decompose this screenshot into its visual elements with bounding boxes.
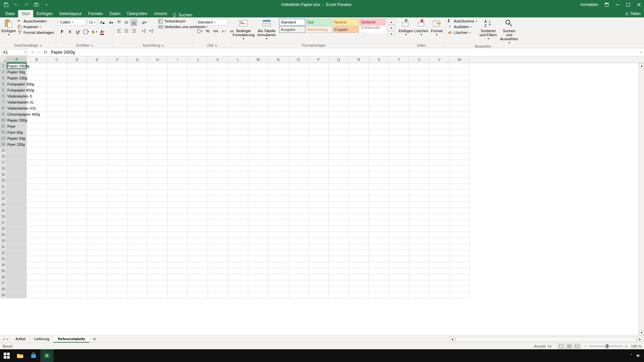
cell[interactable] [7,220,27,226]
cell[interactable] [47,141,67,147]
cell[interactable] [168,256,188,262]
cell[interactable] [389,87,409,93]
cell[interactable] [369,99,389,105]
cell[interactable] [47,105,67,111]
comma-icon[interactable]: 000 [212,27,219,35]
cell[interactable] [47,63,67,69]
cell[interactable] [288,123,309,129]
cell[interactable] [168,93,188,99]
cell[interactable] [288,190,309,196]
cell[interactable] [329,69,349,75]
cell[interactable] [309,250,329,256]
cell[interactable] [429,250,449,256]
cell[interactable] [228,220,248,226]
cell[interactable] [449,214,470,220]
cell[interactable] [148,135,168,141]
cell[interactable] [208,250,228,256]
camera-icon[interactable] [34,2,39,7]
cell[interactable] [47,202,67,208]
cell[interactable] [208,69,228,75]
cell[interactable] [168,166,188,172]
cell[interactable] [148,244,168,250]
cell[interactable]: Fotopapier 450g [7,87,27,93]
cell[interactable] [288,208,309,214]
cell[interactable] [47,226,67,232]
cell[interactable] [168,208,188,214]
column-header[interactable]: B [27,56,47,63]
cell[interactable] [107,280,127,286]
cell[interactable] [248,75,268,81]
cell[interactable] [67,87,87,93]
view-pagelayout-icon[interactable] [566,344,573,349]
cell[interactable] [268,286,288,292]
cell[interactable] [87,226,107,232]
cell[interactable] [288,111,309,117]
cell[interactable] [7,202,27,208]
cell-style-option[interactable]: Erklärender … [360,26,386,33]
cell[interactable] [228,172,248,178]
cell[interactable] [268,160,288,166]
cell[interactable] [369,214,389,220]
cell[interactable] [228,141,248,147]
column-header[interactable]: G [127,56,148,63]
cell[interactable] [127,184,148,190]
cell[interactable] [7,232,27,238]
cell[interactable] [349,93,369,99]
cell[interactable] [27,280,47,286]
sheet-nav-prev-icon[interactable]: ◂ [3,337,5,341]
column-header[interactable]: W [449,56,470,63]
cell[interactable] [107,69,127,75]
cell[interactable] [47,196,67,202]
cell[interactable] [228,232,248,238]
cell[interactable] [248,262,268,268]
cell[interactable] [27,111,47,117]
cell[interactable] [228,123,248,129]
cell[interactable] [168,123,188,129]
cell[interactable] [389,99,409,105]
cell[interactable] [67,99,87,105]
cell[interactable] [168,184,188,190]
cell[interactable] [349,154,369,160]
column-header[interactable]: J [188,56,208,63]
cell[interactable] [288,226,309,232]
cell[interactable] [288,274,309,280]
cell[interactable] [369,268,389,274]
cell[interactable] [349,63,369,69]
cell[interactable] [329,105,349,111]
cell[interactable] [107,220,127,226]
tray-chevron-icon[interactable]: ˄ [631,354,633,358]
fill-color-button[interactable]: ▾ [91,28,98,36]
cell[interactable] [87,166,107,172]
cell[interactable] [47,172,67,178]
cell[interactable] [67,81,87,87]
cell[interactable] [208,147,228,154]
cell[interactable] [409,268,429,274]
cell[interactable] [248,129,268,135]
cell[interactable] [268,208,288,214]
cell[interactable] [127,172,148,178]
cell[interactable] [87,69,107,75]
cell[interactable] [87,123,107,129]
cell-style-option[interactable]: Gut [306,19,332,25]
cell[interactable] [369,226,389,232]
cell[interactable] [248,87,268,93]
cell[interactable] [228,178,248,184]
cell[interactable] [248,154,268,160]
cell[interactable] [87,81,107,87]
cell[interactable] [228,184,248,190]
add-sheet-button[interactable]: ⊕ [90,337,99,341]
cell[interactable] [127,123,148,129]
cell[interactable] [208,135,228,141]
zoom-out-icon[interactable]: − [584,344,586,348]
cell[interactable] [449,141,470,147]
cell[interactable] [268,262,288,268]
cell[interactable] [188,160,208,166]
cell[interactable] [389,250,409,256]
row-header[interactable]: 25 [0,208,7,214]
insert-cells-button[interactable]: Einfügen▾ [399,19,413,37]
cell[interactable] [389,202,409,208]
cell[interactable] [188,63,208,69]
cell[interactable] [409,75,429,81]
cell[interactable] [47,244,67,250]
start-button[interactable] [0,349,13,362]
